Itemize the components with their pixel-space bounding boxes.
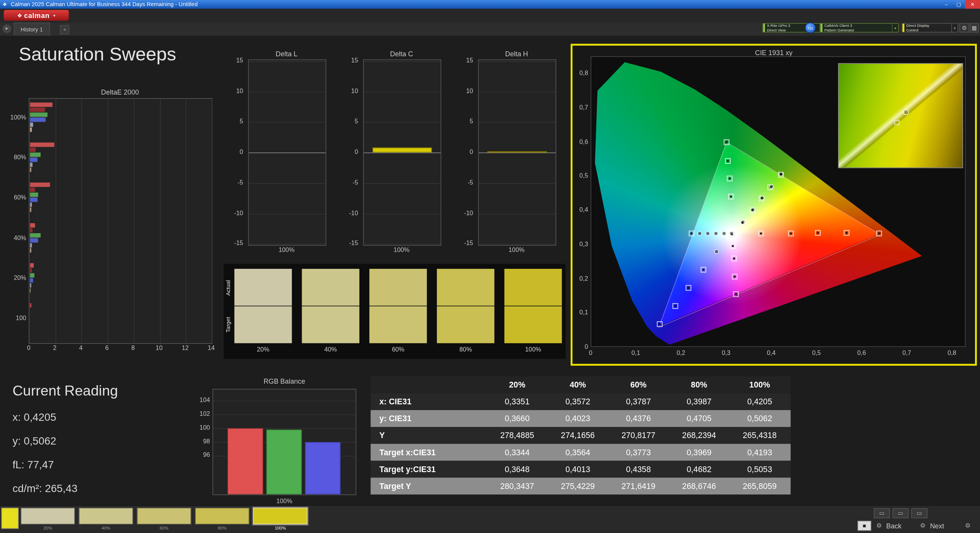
pattern-thumbnail[interactable]: [195, 508, 249, 525]
deltae-bar: [30, 168, 31, 172]
zero-axis-line: [249, 152, 326, 153]
x-tick-label: 0: [23, 345, 35, 352]
deltae-bar: [30, 188, 35, 192]
row-label: y: CIE31: [371, 414, 487, 423]
x-tick-label: 0,7: [898, 350, 915, 356]
calman-logo-label: calman: [24, 11, 50, 19]
rgb-bar-red: [227, 428, 263, 494]
workflow-play-icon[interactable]: ▸: [3, 25, 11, 33]
next-settings-gear-icon[interactable]: ⚙: [918, 521, 928, 531]
gridline: [479, 183, 556, 184]
delta-h-y-labels: 151050-5-10-15: [454, 59, 473, 244]
y-tick-label: 15: [351, 57, 358, 64]
pattern-thumbnail-label: 100%: [253, 526, 307, 530]
deltae-bar: [30, 123, 33, 127]
y-tick-label: -10: [349, 209, 358, 216]
cell-value: 280,3437: [487, 481, 547, 490]
table-row: Y278,4885274,1656270,8177268,2394265,431…: [371, 427, 791, 444]
nav-settings-gear-icon[interactable]: ⚙: [962, 521, 973, 531]
add-tab-button[interactable]: +: [60, 25, 69, 34]
cie-x-axis-labels: 00,10,20,30,40,50,60,70,8: [591, 350, 966, 357]
target-marker: [673, 303, 678, 309]
settings-gear-button[interactable]: ⚙: [959, 23, 969, 32]
source-connection-button[interactable]: CalMAN Client 3 Pattern Generator ▾: [820, 23, 899, 32]
cell-value: 0,4193: [729, 448, 790, 457]
measured-marker: [740, 220, 745, 224]
meter-mode-badge[interactable]: 711: [805, 23, 816, 33]
table-row: y: CIE310,36600,40230,43760,47050,5062: [371, 410, 791, 427]
gridline: [186, 99, 186, 343]
y-tick-label: 5: [470, 118, 473, 124]
delta-l-title: Delta L: [248, 50, 325, 58]
gridline: [56, 99, 56, 343]
y-tick-label: -15: [349, 240, 358, 247]
tab-history-1[interactable]: History 1: [14, 23, 50, 36]
pattern-thumbnail[interactable]: [21, 508, 75, 525]
y-tick-label: 100: [199, 424, 210, 431]
y-category-label: 100%: [10, 114, 26, 121]
deltae-bar: [30, 278, 33, 282]
y-tick-label: 0: [470, 148, 473, 155]
y-tick-label: 15: [236, 57, 243, 64]
app-icon: ❖: [3, 2, 7, 7]
cell-value: 0,4023: [547, 414, 608, 423]
row-label: Target Y: [371, 481, 487, 490]
reading-cd: cd/m²: 265,43: [13, 482, 78, 495]
header-cell: 100%: [729, 380, 790, 389]
delta-c-chart: [363, 59, 441, 246]
gridline: [479, 61, 556, 62]
pattern-thumbnail[interactable]: [253, 508, 307, 525]
layout-grid-button[interactable]: ▦: [970, 23, 979, 32]
source-line2: Pattern Generator: [824, 28, 890, 32]
cell-value: 0,3987: [669, 397, 729, 406]
calman-menu-button[interactable]: ❖ calman ▾: [4, 10, 69, 21]
cell-value: 275,4229: [547, 481, 608, 490]
next-button[interactable]: Next: [930, 522, 944, 530]
cell-value: 0,3572: [547, 397, 608, 406]
display-mode-button-2[interactable]: ▭: [892, 508, 908, 518]
cell-value: 0,3564: [547, 448, 608, 457]
chevron-down-icon: ▾: [951, 24, 957, 32]
inset-target-marker: [894, 120, 899, 125]
deltae-bar: [30, 248, 31, 252]
x-tick-label: 6: [101, 345, 113, 352]
cell-value: 0,3648: [487, 464, 547, 474]
x-tick-label: 10: [153, 345, 165, 352]
actual-row-label: Actual: [225, 270, 233, 305]
deltae-bar: [30, 228, 33, 232]
back-settings-gear-icon[interactable]: ⚙: [874, 521, 884, 531]
y-tick-label: 5: [354, 118, 358, 124]
y-tick-label: 98: [203, 438, 210, 445]
target-marker: [727, 176, 732, 181]
measured-marker: [715, 250, 719, 254]
display-mode-button-3[interactable]: ▭: [911, 508, 927, 518]
deltae-bar: [30, 148, 36, 152]
y-tick-label: -15: [234, 240, 243, 247]
close-button[interactable]: ✕: [965, 0, 980, 9]
deltae-bar: [30, 193, 38, 197]
chevron-down-icon: ▾: [892, 24, 898, 32]
pattern-thumbnail[interactable]: [79, 508, 133, 525]
delta-c-x-label: 100%: [363, 246, 440, 253]
cell-value: 265,4318: [729, 431, 790, 440]
meter-connection-button[interactable]: X-Rite i1Pro 3 Direct View ▾: [763, 23, 826, 32]
target-row-label: Target: [225, 306, 233, 343]
pattern-window-button[interactable]: ■: [858, 521, 871, 531]
target-marker: [844, 230, 849, 236]
reading-fl: fL: 77,47: [13, 459, 54, 471]
back-button[interactable]: Back: [886, 522, 902, 530]
y-tick-label: 0,3: [580, 240, 588, 247]
inset-measured-marker: [903, 110, 909, 115]
minimize-button[interactable]: –: [940, 0, 953, 9]
display-control-button[interactable]: Direct Display Control ▾: [902, 23, 958, 32]
deltae-bar: [30, 208, 31, 212]
x-tick-label: 0,5: [808, 350, 825, 356]
pattern-thumbnail-label: 40%: [79, 526, 133, 530]
display-mode-button-1[interactable]: ▭: [874, 508, 890, 518]
gridline: [213, 414, 356, 415]
maximize-button[interactable]: ▢: [952, 0, 965, 9]
gridline: [249, 122, 326, 123]
cell-value: 0,3351: [487, 397, 547, 406]
pattern-thumbnail[interactable]: [137, 508, 191, 525]
menu-bar: ❖ calman ▾: [0, 9, 980, 23]
